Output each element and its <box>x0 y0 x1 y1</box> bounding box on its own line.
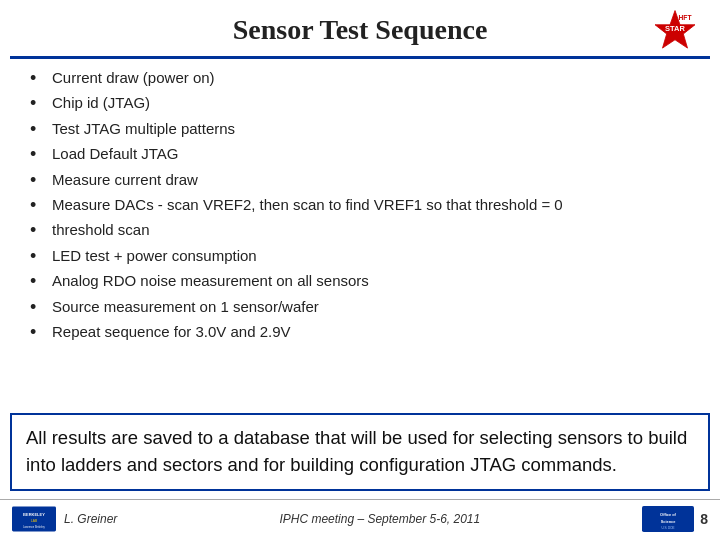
bottom-box-text: All results are saved to a database that… <box>26 425 694 479</box>
slide: Sensor Test Sequence STAR HFT •Current d… <box>0 0 720 540</box>
bullet-dot: • <box>30 219 48 242</box>
bullet-dot: • <box>30 67 48 90</box>
office-of-science-logo: Office of Science U.S. DOE <box>642 505 694 533</box>
svg-text:HFT: HFT <box>679 14 692 21</box>
star-logo-svg: STAR HFT <box>650 6 700 56</box>
list-item: •threshold scan <box>30 219 700 242</box>
bullet-text: Measure DACs - scan VREF2, then scan to … <box>52 194 700 216</box>
bullet-text: Repeat sequence for 3.0V and 2.9V <box>52 321 700 343</box>
bullet-text: Chip id (JTAG) <box>52 92 700 114</box>
bullet-dot: • <box>30 194 48 217</box>
main-content: •Current draw (power on)•Chip id (JTAG)•… <box>0 59 720 407</box>
list-item: •Analog RDO noise measurement on all sen… <box>30 270 700 293</box>
bullet-text: Test JTAG multiple patterns <box>52 118 700 140</box>
list-item: •Measure current draw <box>30 169 700 192</box>
footer-event: IPHC meeting – September 5-6, 2011 <box>117 512 642 526</box>
footer: BERKELEY LAB Lawrence Berkeley L. Greine… <box>0 499 720 540</box>
bullet-list: •Current draw (power on)•Chip id (JTAG)•… <box>30 67 700 346</box>
bullet-text: LED test + power consumption <box>52 245 700 267</box>
svg-text:Science: Science <box>661 519 677 524</box>
list-item: •Load Default JTAG <box>30 143 700 166</box>
footer-page-number: 8 <box>700 511 708 527</box>
bullet-dot: • <box>30 296 48 319</box>
bullet-text: Source measurement on 1 sensor/wafer <box>52 296 700 318</box>
header: Sensor Test Sequence STAR HFT <box>0 0 720 50</box>
footer-right: Office of Science U.S. DOE 8 <box>642 505 708 533</box>
footer-left: BERKELEY LAB Lawrence Berkeley L. Greine… <box>12 504 117 534</box>
footer-author: L. Greiner <box>64 512 117 526</box>
svg-text:U.S. DOE: U.S. DOE <box>662 526 675 530</box>
bullet-dot: • <box>30 118 48 141</box>
star-hft-logo: STAR HFT <box>650 6 700 56</box>
list-item: •Current draw (power on) <box>30 67 700 90</box>
svg-text:Lawrence Berkeley: Lawrence Berkeley <box>23 525 45 529</box>
bullet-dot: • <box>30 143 48 166</box>
svg-text:STAR: STAR <box>665 24 685 33</box>
list-item: •LED test + power consumption <box>30 245 700 268</box>
svg-text:BERKELEY: BERKELEY <box>23 512 45 517</box>
list-item: •Test JTAG multiple patterns <box>30 118 700 141</box>
svg-text:Office of: Office of <box>660 512 676 517</box>
slide-title: Sensor Test Sequence <box>233 14 488 46</box>
bullet-dot: • <box>30 245 48 268</box>
bullet-dot: • <box>30 169 48 192</box>
berkeley-lab-logo: BERKELEY LAB Lawrence Berkeley <box>12 504 56 534</box>
bullet-text: Analog RDO noise measurement on all sens… <box>52 270 700 292</box>
bullet-text: Load Default JTAG <box>52 143 700 165</box>
bullet-dot: • <box>30 92 48 115</box>
svg-text:LAB: LAB <box>31 519 38 523</box>
list-item: •Source measurement on 1 sensor/wafer <box>30 296 700 319</box>
bullet-dot: • <box>30 270 48 293</box>
bullet-dot: • <box>30 321 48 344</box>
bullet-text: threshold scan <box>52 219 700 241</box>
list-item: •Chip id (JTAG) <box>30 92 700 115</box>
list-item: •Repeat sequence for 3.0V and 2.9V <box>30 321 700 344</box>
bottom-box: All results are saved to a database that… <box>10 413 710 491</box>
bullet-text: Current draw (power on) <box>52 67 700 89</box>
list-item: •Measure DACs - scan VREF2, then scan to… <box>30 194 700 217</box>
bullet-text: Measure current draw <box>52 169 700 191</box>
